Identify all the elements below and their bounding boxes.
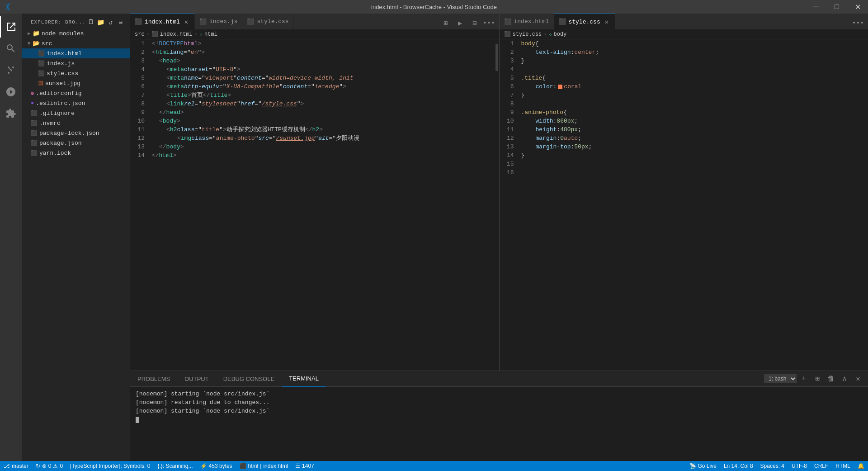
new-folder-icon[interactable]: 📁 [97,18,105,26]
code-line-14: </html> [152,151,495,160]
tab-problems[interactable]: PROBLEMS [130,371,177,387]
maximize-terminal-btn[interactable]: ∧ [838,372,851,385]
tree-item-style-css[interactable]: ⬛ style.css [22,68,130,78]
new-file-icon[interactable]: 🗒 [87,18,95,26]
tab-close-btn-r[interactable]: ✕ [603,18,610,25]
terminal-controls: 1: bash + ⊞ 🗑 ∧ ✕ [760,372,868,385]
layout-btn[interactable]: ⊟ [468,17,481,29]
git-icon[interactable] [0,59,22,81]
shell-select[interactable]: 1: bash [764,374,797,383]
tab-debug-console[interactable]: DEBUG CONSOLE [216,371,282,387]
tree-item-gitignore[interactable]: ⬛ .gitignore [22,108,130,118]
add-terminal-btn[interactable]: + [797,372,810,385]
type-importer-item[interactable]: [TypeScript Importer]: Symbols: 0 [66,461,154,471]
minimize-button[interactable]: ─ [806,0,826,14]
left-code-content[interactable]: <!DOCTYPE html> <html lang="en"> <head> … [148,39,495,371]
tab-style-css-left[interactable]: ⬛ style.css [242,14,293,29]
tree-item-yarn-lock[interactable]: ⬛ yarn.lock [22,148,130,158]
tree-item-editorconfig[interactable]: ⚙ .editorconfig [22,88,130,98]
code-line-1: <!DOCTYPE html> [152,39,495,48]
tree-item-node-modules[interactable]: ▶ 📁 node_modules [22,29,130,38]
git-branch-item[interactable]: ⎇ master [0,461,32,471]
tab-style-css-right[interactable]: ⬛ style.css ✕ [554,14,615,29]
json2-file-icon: ⬛ [31,140,38,147]
file-size-item[interactable]: ⚡ 453 bytes [197,461,236,471]
play-btn[interactable]: ▶ [454,17,467,29]
css-line-2: text-align: center; [521,48,868,57]
css-line-6: color: coral [521,82,868,91]
nvm-file-icon: ⬛ [31,120,38,127]
tree-item-sunset-jpg[interactable]: 🖼 sunset.jpg [22,78,130,88]
json-file-icon: ⬛ [31,130,38,137]
css-line-9: .anime-photo { [521,108,868,117]
code-line-11: <h2 class="title">动手探究浏览器HTTP缓存机制</h2> [152,125,495,134]
left-editor-pane: 1 2 3 4 5 6 7 8 9 10 11 12 13 14 [130,39,500,371]
editor-area: ⬛ index.html ✕ ⬛ index.js ⬛ style.css ⊞ … [130,14,868,461]
css-line-1: body { [521,39,868,48]
tab-index-js-left[interactable]: ⬛ index.js [195,14,242,29]
maximize-button[interactable]: □ [826,0,847,14]
tab-output[interactable]: OUTPUT [177,371,216,387]
tree-item-src[interactable]: ▼ 📂 src [22,38,130,48]
tab-terminal[interactable]: TERMINAL [282,371,326,387]
css-line-14: } [521,151,868,160]
explorer-icon[interactable] [0,16,22,38]
spaces-item[interactable]: Spaces: 4 [757,461,788,471]
refresh-icon[interactable]: ↺ [107,18,115,26]
tree-item-index-html[interactable]: ⬛ index.html [22,48,130,58]
css-line-15 [521,160,868,168]
split-terminal-btn[interactable]: ⊞ [811,372,824,385]
line-count-item[interactable]: ☰ 1407 [292,461,318,471]
tree-item-index-js[interactable]: ⬛ index.js [22,58,130,68]
tree-item-package-json[interactable]: ⬛ package.json [22,138,130,148]
pipe-sep: | [260,463,261,469]
spaces-text: Spaces: 4 [760,463,784,469]
close-terminal-btn[interactable]: ✕ [852,372,864,385]
left-scrollbar[interactable] [495,39,499,371]
extensions-icon[interactable] [0,103,22,124]
left-code-editor[interactable]: 1 2 3 4 5 6 7 8 9 10 11 12 13 14 [130,39,499,371]
cursor-position-item[interactable]: Ln 14, Col 8 [720,461,757,471]
split-editor-btn[interactable]: ⊞ [439,17,452,29]
terminal-line-2: [nodemon] restarting due to changes... [136,398,863,407]
color-swatch [558,85,562,89]
file-type-item[interactable]: ⬛ html | index.html [236,461,292,471]
left-scrollbar-thumb [495,44,498,71]
right-code-content[interactable]: body { text-align: center; } .title { [518,39,868,371]
tab-index-html-left[interactable]: ⬛ index.html ✕ [130,14,195,29]
terminal-text: [nodemon] restarting due to changes... [136,398,269,407]
language-item[interactable]: HTML [832,461,854,471]
css-line-7: } [521,91,868,100]
more-actions-right-btn[interactable]: ••• [852,17,864,29]
tree-item-nvmrc[interactable]: ⬛ .nvmrc [22,118,130,128]
encoding-item[interactable]: UTF-8 [788,461,811,471]
kill-terminal-btn[interactable]: 🗑 [825,372,837,385]
search-icon[interactable] [0,38,22,59]
terminal-content[interactable]: [nodemon] starting `node src/index.js` [… [130,387,868,461]
activity-bar [0,14,22,461]
scanning-item[interactable]: {.}: Scanning... [154,461,196,471]
tree-item-eslintrc[interactable]: ● .eslintrc.json [22,98,130,108]
right-editor-pane: 1 2 3 4 5 6 7 8 9 10 11 12 13 14 [500,39,868,371]
status-bar: ⎇ master ↻ ⊗ 0 ⚠ 0 [TypeScript Importer]… [0,461,868,471]
tab-close-btn[interactable]: ✕ [183,18,190,25]
tab-index-html-right[interactable]: ⬛ index.html [500,14,554,29]
close-button[interactable]: ✕ [847,0,868,14]
line-ending-item[interactable]: CRLF [811,461,832,471]
arrow-icon: ▼ [25,41,33,46]
notifications-item[interactable]: 🔔 [854,461,868,471]
go-live-item[interactable]: 📡 Go Live [686,461,720,471]
status-right: 📡 Go Live Ln 14, Col 8 Spaces: 4 UTF-8 C… [686,461,868,471]
tree-item-package-lock[interactable]: ⬛ package-lock.json [22,128,130,138]
tree-label: .eslintrc.json [36,100,85,107]
errors-item[interactable]: ↻ ⊗ 0 ⚠ 0 [32,461,66,471]
code-line-5: <meta name="viewport" content="width=dev… [152,74,495,82]
branch-name: master [12,463,28,469]
more-actions-btn[interactable]: ••• [483,17,495,29]
left-line-numbers: 1 2 3 4 5 6 7 8 9 10 11 12 13 14 [130,39,148,371]
debug-icon[interactable] [0,81,22,103]
collapse-icon[interactable]: ⊟ [117,18,125,26]
main-layout: Explorer: Bro... 🗒 📁 ↺ ⊟ ▶ 📁 node_module… [0,14,868,461]
code-line-4: <meta charset="UTF-8"> [152,65,495,74]
right-code-editor[interactable]: 1 2 3 4 5 6 7 8 9 10 11 12 13 14 [500,39,868,371]
